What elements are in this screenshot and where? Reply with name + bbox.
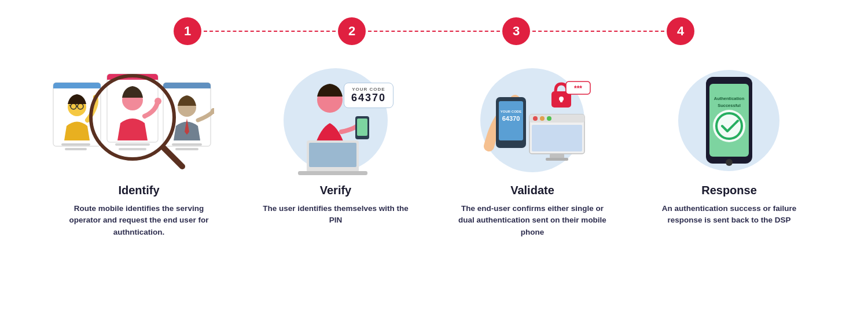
svg-point-55 [713, 110, 745, 142]
svg-rect-30 [309, 143, 356, 167]
identify-svg [52, 65, 214, 175]
step-4-title: Response [701, 184, 757, 197]
steps-indicator: 1 2 3 4 [174, 17, 694, 45]
svg-text:64370: 64370 [502, 115, 520, 122]
step-1-title: Identify [118, 184, 159, 197]
identify-illustration [52, 65, 214, 175]
step-2-number: 2 [348, 24, 355, 39]
svg-rect-23 [172, 143, 202, 146]
step-line-2 [368, 31, 500, 32]
step-3-illustration: YOUR CODE 64370 [469, 62, 596, 178]
step-4-circle: 4 [667, 17, 694, 45]
verify-person-svg [278, 65, 393, 175]
svg-rect-44 [550, 154, 564, 158]
svg-rect-2 [53, 86, 101, 88]
svg-point-26 [93, 78, 172, 157]
step-3-number: 3 [513, 24, 520, 39]
step-4-col: Authentication Successful Response An au… [631, 62, 827, 227]
step-4-number: 4 [677, 24, 684, 39]
validate-svg: YOUR CODE 64370 [472, 65, 593, 175]
step-4-desc: An authentication success or failure res… [654, 203, 804, 227]
svg-rect-9 [65, 148, 87, 150]
step-1-desc: Route mobile identifies the serving oper… [64, 203, 214, 238]
step-2-col: YOUR CODE 64370 Verify The user identifi… [237, 62, 434, 227]
svg-line-27 [164, 148, 182, 166]
svg-rect-33 [357, 118, 367, 136]
step-line-3 [532, 31, 664, 32]
validate-illustration-wrapper: YOUR CODE 64370 [472, 65, 593, 175]
verify-illustration-wrapper: YOUR CODE 64370 [278, 65, 393, 175]
step-1-circle: 1 [174, 17, 201, 45]
verify-code-value: 64370 [351, 92, 386, 104]
svg-rect-19 [163, 86, 211, 88]
svg-point-42 [547, 116, 551, 121]
svg-text:***: *** [574, 84, 582, 92]
svg-rect-8 [61, 143, 90, 146]
svg-text:YOUR CODE: YOUR CODE [501, 110, 521, 113]
svg-point-40 [533, 116, 538, 121]
svg-text:Authentication: Authentication [714, 96, 745, 101]
svg-rect-45 [546, 158, 568, 161]
svg-rect-48 [560, 99, 562, 102]
step-2-circle: 2 [338, 17, 366, 45]
step-1-number: 1 [184, 24, 191, 39]
svg-rect-39 [529, 114, 584, 123]
step-3-col: YOUR CODE 64370 [434, 62, 631, 238]
svg-point-41 [540, 116, 545, 121]
verify-code-box: YOUR CODE 64370 [344, 83, 393, 108]
step-line-1 [204, 31, 336, 32]
step-3-circle: 3 [502, 17, 530, 45]
svg-rect-24 [175, 148, 198, 150]
step-1-col: Identify Route mobile identifies the ser… [41, 62, 237, 238]
svg-text:Successful: Successful [718, 103, 741, 108]
step-3-desc: The end-user confirms either single or d… [457, 203, 608, 238]
response-svg: Authentication Successful [671, 65, 787, 175]
content-row: Identify Route mobile identifies the ser… [29, 62, 839, 238]
svg-rect-31 [298, 171, 367, 175]
response-illustration-wrapper: Authentication Successful [671, 65, 787, 175]
step-1-illustration [75, 62, 203, 178]
step-2-title: Verify [320, 184, 351, 197]
step-2-illustration: YOUR CODE 64370 [272, 62, 399, 178]
page-container: 1 2 3 4 [0, 0, 868, 326]
verify-code-label: YOUR CODE [351, 87, 386, 92]
step-2-desc: The user identifies themselves with the … [260, 203, 411, 227]
step-4-illustration: Authentication Successful [665, 62, 793, 178]
svg-point-57 [726, 159, 733, 166]
step-3-title: Validate [510, 184, 554, 197]
svg-rect-43 [532, 125, 582, 151]
